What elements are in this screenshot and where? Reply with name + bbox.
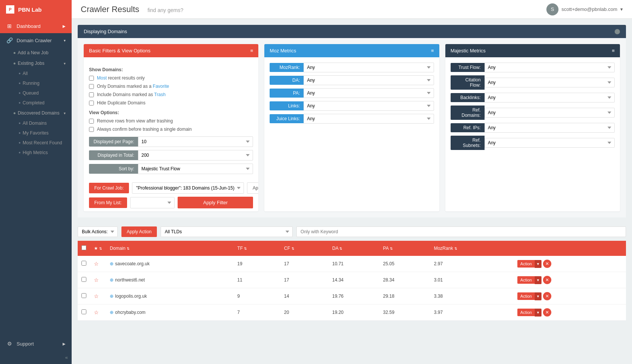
moz-metrics-header: Moz Metrics ≡ — [264, 44, 439, 57]
trust-flow-select[interactable]: Any>10>20 — [485, 63, 615, 72]
crawl-job-select[interactable]: "Professional blogger": 183 Domains (15-… — [132, 182, 244, 194]
sidebar-most-recent-found[interactable]: Most Recent Found — [0, 138, 72, 148]
sidebar-all[interactable]: All — [0, 69, 72, 78]
row-checkbox[interactable] — [81, 261, 86, 266]
header-mozrank-col[interactable]: MozRank ⇅ — [430, 241, 514, 256]
da-select[interactable]: Any>10>20 — [304, 75, 434, 85]
sort-by-select[interactable]: Majestic Trust FlowMozRankDAPA — [138, 164, 253, 174]
star-icon[interactable]: ☆ — [94, 309, 99, 315]
domain-crawler-arrow: ▾ — [64, 38, 66, 43]
sidebar-existing-jobs[interactable]: Existing Jobs ▾ — [0, 58, 72, 69]
backlinks-select[interactable]: Any>100>1000 — [485, 93, 615, 102]
header-domain-col[interactable]: Domain ⇅ — [106, 241, 233, 256]
duplicate-checkbox[interactable] — [89, 101, 94, 106]
apply-filter-button[interactable]: Apply Filter — [178, 197, 253, 208]
remove-rows-label[interactable]: Remove rows from view after trashing — [97, 118, 173, 124]
delete-button[interactable]: ✕ — [543, 276, 551, 284]
delete-button[interactable]: ✕ — [543, 308, 551, 317]
citation-flow-row: Citation Flow: Any>10>20 — [451, 75, 615, 90]
apply-save-button[interactable]: Apply and Save as Default ⚙ — [247, 182, 258, 194]
da-value: 19.20 — [328, 304, 379, 321]
citation-flow-select[interactable]: Any>10>20 — [485, 78, 615, 87]
action-dropdown-button[interactable]: ▾ — [535, 260, 541, 268]
displayed-per-page-select[interactable]: 102550100 — [138, 136, 253, 147]
most-recent-checkbox[interactable] — [89, 76, 94, 81]
delete-button[interactable]: ✕ — [543, 260, 551, 268]
apply-action-button[interactable]: Apply Action — [121, 226, 157, 237]
action-button[interactable]: Action — [517, 292, 535, 300]
trash-checkbox[interactable] — [89, 92, 94, 97]
keyword-input[interactable] — [296, 226, 626, 237]
duplicate-label[interactable]: Hide Duplicate Domains — [97, 100, 146, 106]
ref-subnets-select[interactable]: Any>10>50 — [485, 138, 615, 148]
moz-metrics-menu-icon[interactable]: ≡ — [431, 48, 434, 54]
header-star-col[interactable]: ★ ⇅ — [90, 241, 106, 256]
sidebar-completed[interactable]: Completed — [0, 98, 72, 108]
sidebar-dashboard-label: Dashboard — [17, 23, 41, 29]
action-button[interactable]: Action — [517, 260, 535, 268]
collapse-sidebar-button[interactable]: « — [0, 351, 72, 364]
star-icon[interactable]: ☆ — [94, 293, 99, 299]
sidebar-queued[interactable]: Queued — [0, 88, 72, 98]
row-checkbox[interactable] — [81, 309, 86, 314]
sidebar-item-domain-crawler[interactable]: 🔗 Domain Crawler ▾ — [0, 33, 72, 47]
sidebar-add-new-job[interactable]: Add a New Job — [0, 47, 72, 58]
basic-filters-panel: Basic Filters & View Options ≡ Show Doma… — [84, 44, 258, 211]
moz-metrics-body: MozRank: Any>10>20 DA: Any>10>20 PA: Any… — [264, 57, 439, 132]
remove-rows-checkbox[interactable] — [89, 119, 94, 124]
ref-ips-select[interactable]: Any>10>50 — [485, 123, 615, 133]
sidebar-all-domains[interactable]: All Domains — [0, 118, 72, 128]
sidebar-item-support[interactable]: ⚙ Support ▶ — [0, 336, 72, 351]
most-recent-label[interactable]: Most recent results only — [97, 75, 145, 81]
mozrank-select[interactable]: Any>10>20 — [304, 63, 434, 72]
domain-plus-icon: ⊕ — [110, 310, 114, 315]
sidebar-my-favorites[interactable]: My Favorites — [0, 128, 72, 138]
delete-button[interactable]: ✕ — [543, 292, 551, 300]
basic-filters-menu-icon[interactable]: ≡ — [250, 48, 253, 54]
favorites-label[interactable]: Only Domains marked as a Favorite — [97, 84, 169, 89]
mozrank-value: 3.01 — [430, 272, 514, 288]
header-da-col[interactable]: DA ⇅ — [328, 241, 379, 256]
sidebar-high-metrics[interactable]: High Metrics — [0, 148, 72, 158]
action-dropdown-button[interactable]: ▾ — [535, 276, 541, 284]
links-label: Links: — [270, 101, 304, 110]
header-tf-col[interactable]: TF ⇅ — [233, 241, 280, 256]
confirm-trash-checkbox[interactable] — [89, 127, 94, 132]
bulk-actions-bar: Bulk Actions: Apply Action All TLDs.com.… — [78, 223, 626, 241]
displaying-label: Displaying Domains — [84, 29, 127, 34]
majestic-metrics-menu-icon[interactable]: ≡ — [612, 48, 615, 54]
sidebar-discovered-domains[interactable]: Discovered Domains ▾ — [0, 108, 72, 118]
sidebar-running[interactable]: Running — [0, 78, 72, 88]
ref-domains-select[interactable]: Any>10>50 — [485, 108, 615, 118]
most-recent-checkbox-row: Most recent results only — [89, 75, 253, 81]
displayed-in-total-select[interactable]: 2005001000 — [138, 150, 253, 161]
links-select[interactable]: Any>10>100 — [304, 101, 434, 111]
juice-links-select[interactable]: Any>10>100 — [304, 114, 434, 124]
app-name: PBN Lab — [18, 6, 42, 13]
header-pa-col[interactable]: PA ⇅ — [379, 241, 430, 256]
user-info[interactable]: S scott+demo@pbnlab.com ▾ — [546, 3, 623, 15]
star-icon[interactable]: ☆ — [94, 277, 99, 283]
pa-select[interactable]: Any>10>20 — [304, 88, 434, 98]
completed-label: Completed — [23, 100, 44, 106]
trash-label[interactable]: Include Domains marked as Trash — [97, 92, 166, 97]
action-button[interactable]: Action — [517, 309, 535, 316]
favorites-checkbox[interactable] — [89, 84, 94, 89]
action-dropdown-button[interactable]: ▾ — [535, 292, 541, 300]
bulk-actions-select[interactable]: Bulk Actions: — [78, 226, 118, 237]
domain-name: northwest6.net — [115, 277, 145, 283]
tld-select[interactable]: All TLDs.com.net.org.co.uk — [161, 226, 293, 237]
action-button[interactable]: Action — [517, 276, 535, 284]
action-group: Action▾ ✕ — [517, 276, 622, 284]
domain-plus-icon: ⊕ — [110, 261, 114, 266]
sidebar-item-dashboard[interactable]: ⊞ Dashboard ▶ — [0, 19, 72, 33]
from-list-select[interactable] — [130, 197, 175, 208]
star-icon[interactable]: ☆ — [94, 261, 99, 267]
action-dropdown-button[interactable]: ▾ — [535, 309, 541, 317]
row-checkbox[interactable] — [81, 277, 86, 282]
confirm-trash-label[interactable]: Always confirm before trashing a single … — [97, 127, 192, 132]
view-options-label: View Options: — [89, 110, 253, 115]
select-all-checkbox[interactable] — [81, 245, 86, 250]
header-cf-col[interactable]: CF ⇅ — [280, 241, 328, 256]
row-checkbox[interactable] — [81, 293, 86, 298]
